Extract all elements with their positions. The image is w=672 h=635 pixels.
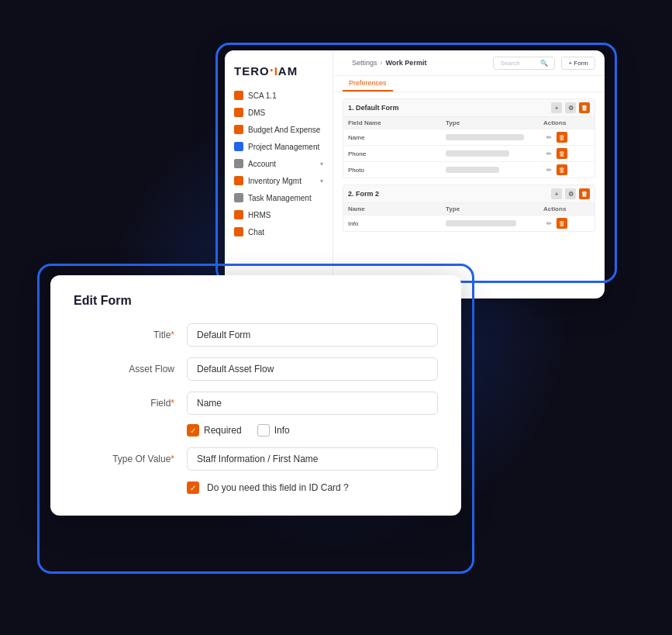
row-actions: ✏ 🗑 [543,164,590,175]
required-star: * [171,398,174,409]
info-checkbox[interactable] [257,424,270,437]
col-actions-2: Actions [543,205,590,212]
sidebar-item-project[interactable]: Project Management [225,138,333,155]
row-actions: ✏ 🗑 [543,218,590,229]
search-bar: Search 🔍 + Form [493,57,595,70]
delete-btn[interactable]: 🗑 [557,218,567,229]
edit-btn[interactable]: ✏ [543,218,554,229]
breadcrumb-parent: Settings [352,59,377,67]
tabs-bar: Preferences [333,76,605,92]
col-actions: Actions [543,119,590,126]
logo: TERO·IAM [225,58,333,87]
asset-flow-input[interactable] [187,357,438,381]
table-header-2: Name Type Actions [343,203,594,215]
budget-icon [234,125,243,134]
section-2-settings-btn[interactable]: ⚙ [565,188,576,199]
sidebar-item-label: Inventory Mgmt [248,177,302,185]
form-table-2: Name Type Actions Info ✏ 🗑 [343,203,595,232]
search-placeholder: Search [500,60,519,67]
edit-btn[interactable]: ✏ [543,148,554,159]
form-section-2: 2. Form 2 + ⚙ 🗑 Name Type Actions Info [343,185,595,232]
info-checkbox-item[interactable]: Info [257,424,290,437]
sidebar-item-label: Chat [248,228,264,236]
type-bar [446,150,509,157]
chevron-icon: ▾ [320,160,323,167]
account-icon [234,159,243,168]
field-name-cell: Photo [348,167,446,174]
delete-btn[interactable]: 🗑 [557,132,567,143]
type-bar [446,220,516,226]
sidebar-item-chat[interactable]: Chat [225,223,333,240]
chat-icon [234,227,243,236]
dms-icon [234,108,243,117]
delete-btn[interactable]: 🗑 [557,164,567,175]
form-section-1: 1. Default Form + ⚙ 🗑 Field Name Type Ac… [343,98,595,178]
sidebar-item-label: Task Management [248,194,312,202]
sca-icon [234,91,243,100]
section-2-add-btn[interactable]: + [551,188,562,199]
section-1-header: 1. Default Form + ⚙ 🗑 [343,98,595,117]
row-actions: ✏ 🗑 [543,132,590,143]
sidebar-item-task[interactable]: Task Management [225,189,333,206]
table-row: Info ✏ 🗑 [343,215,594,231]
id-card-row: ✓ Do you need this field in ID Card ? [187,481,438,494]
table-row: Name ✏ 🗑 [343,129,594,145]
edit-btn[interactable]: ✏ [543,132,554,143]
asset-flow-row: Asset Flow [74,357,438,381]
sidebar-item-inventory[interactable]: Inventory Mgmt ▾ [225,172,333,189]
sidebar-item-label: Budget And Expense [248,126,320,134]
asset-flow-label: Asset Flow [74,357,174,374]
type-of-value-row: Type Of Value* [74,447,438,471]
type-of-value-label: Type Of Value* [74,447,174,464]
sidebar-item-dms[interactable]: DMS [225,104,333,121]
required-checkbox-item[interactable]: ✓ Required [187,424,242,437]
chevron-icon: ▾ [320,178,323,185]
task-icon [234,193,243,202]
row-actions: ✏ 🗑 [543,148,590,159]
sidebar-item-label: Account [248,160,276,168]
hrms-icon [234,210,243,219]
field-input[interactable] [187,392,438,415]
section-2-delete-btn[interactable]: 🗑 [579,188,590,199]
main-content: Settings › Work Permit Search 🔍 + Form P… [333,50,605,299]
section-1-delete-btn[interactable]: 🗑 [579,102,590,113]
required-star: * [171,454,174,464]
logo-tero: TERO [234,64,270,78]
add-form-label: + Form [568,60,588,67]
section-1-add-btn[interactable]: + [551,102,562,113]
type-of-value-input[interactable] [187,447,438,471]
required-label: Required [204,425,242,436]
sidebar-item-sca[interactable]: SCA 1.1 [225,87,333,104]
add-form-button[interactable]: + Form [561,57,595,70]
id-card-checkbox[interactable]: ✓ [187,481,199,494]
table-row: Phone ✏ 🗑 [343,145,594,161]
type-bar [446,167,499,173]
search-icon: 🔍 [540,60,548,67]
tab-preferences[interactable]: Preferences [343,76,393,91]
field-row: Field* ✓ Required Info [74,392,438,437]
section-1-settings-btn[interactable]: ⚙ [565,102,576,113]
edit-form-title: Edit Form [74,294,438,308]
required-star: * [171,330,174,340]
sidebar-item-label: HRMS [248,211,271,219]
field-name-cell: Info [348,220,446,227]
table-row: Photo ✏ 🗑 [343,161,594,178]
type-bar [446,134,524,140]
sidebar-item-label: DMS [248,109,265,117]
sidebar-item-hrms[interactable]: HRMS [225,206,333,223]
required-checkbox[interactable]: ✓ [187,424,199,437]
search-box[interactable]: Search 🔍 [493,57,555,70]
field-name-cell: Name [348,134,446,141]
sidebar-item-account[interactable]: Account ▾ [225,155,333,172]
title-input[interactable] [187,323,438,347]
delete-btn[interactable]: 🗑 [557,148,567,159]
edit-btn[interactable]: ✏ [543,164,554,175]
section-1-actions: + ⚙ 🗑 [551,102,590,113]
section-2-title: 2. Form 2 [348,190,379,198]
sidebar-item-budget[interactable]: Budget And Expense [225,121,333,138]
form-table-1: Field Name Type Actions Name ✏ 🗑 Phone [343,117,595,178]
table-header: Field Name Type Actions [343,117,594,129]
id-card-label: Do you need this field in ID Card ? [207,482,349,493]
breadcrumb-current: Work Permit [386,59,427,67]
title-label: Title* [74,323,174,340]
